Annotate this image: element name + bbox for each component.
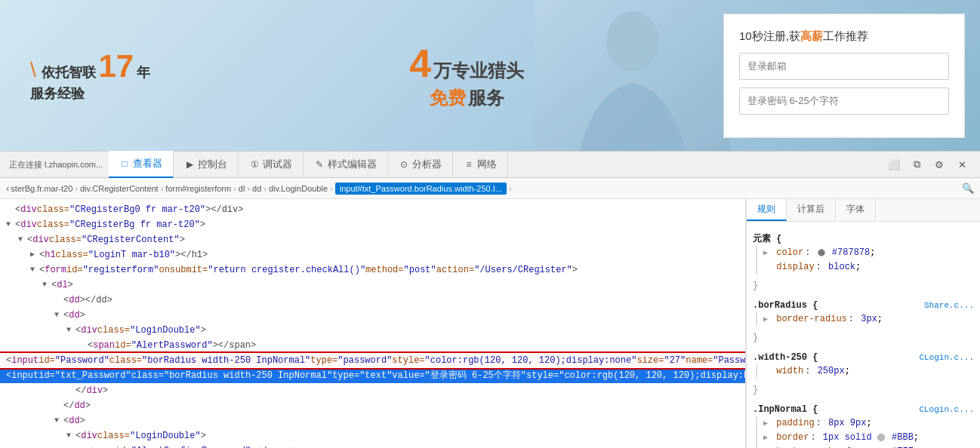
expand-border-radius[interactable] <box>763 313 771 327</box>
css-prop-bgcolor: background-color: #FFF; <box>763 445 974 448</box>
tab-debugger-label: 调试器 <box>263 158 292 171</box>
rules-content: 元素 { color: #787878; display: block; } <box>747 222 980 448</box>
css-section-element: 元素 { color: #787878; display: block; } <box>753 232 974 293</box>
css-selector-inpnormal: .InpNormal { CLogin.c... <box>753 403 974 416</box>
tab-debugger[interactable]: ① 调试器 <box>239 151 304 178</box>
expand-width <box>763 365 771 379</box>
html-tree-panel[interactable]: <div class="CRegisterBg0 fr mar-t20"></d… <box>0 199 746 448</box>
breadcrumb-item-2[interactable]: form#registerform <box>165 184 231 193</box>
main-area: <div class="CRegisterBg0 fr mar-t20"></d… <box>0 199 980 448</box>
tree-line-txt-password[interactable]: <input id="txt_Password" class="borRadiu… <box>0 368 745 383</box>
tab-style-editor-label: 样式编辑器 <box>328 158 377 171</box>
tab-rules[interactable]: 规则 <box>747 199 787 221</box>
breadcrumb-item-0[interactable]: sterBg.fr.mar-t20 <box>11 184 72 193</box>
close-button[interactable]: ✕ <box>953 155 971 173</box>
tab-fonts[interactable]: 字体 <box>836 199 876 221</box>
tab-computed[interactable]: 计算后 <box>787 199 836 221</box>
tree-line[interactable]: </dd> <box>0 398 745 413</box>
tree-line[interactable]: <form id="registerform" onsubmit="return… <box>0 262 745 278</box>
banner-slash: \ <box>30 58 36 81</box>
css-block-width250: width: 250px; <box>756 364 974 379</box>
breadcrumb-bar: ‹ sterBg.fr.mar-t20 › div.CRegisterConte… <box>0 178 980 199</box>
tree-line[interactable]: <div class="CRegisterBg0 fr mar-t20"></d… <box>0 202 745 217</box>
css-close-brace2: } <box>753 331 974 345</box>
banner-logo: \ 依托智联 17 年 <box>30 48 150 84</box>
toggle-icon <box>30 263 39 277</box>
css-prop-display: display: block; <box>763 260 974 275</box>
tab-console[interactable]: ▶ 控制台 <box>174 151 239 178</box>
tree-line[interactable]: <div class="CRegisterBg fr mar-t20"> <box>0 217 745 232</box>
tree-line[interactable]: <div class="LoginDouble"> <box>0 323 745 338</box>
banner-password-input[interactable] <box>739 87 949 115</box>
breadcrumb-search-button[interactable]: 🔍 <box>960 181 975 196</box>
devtools-status: 正在连接 l.zhaopin.com... <box>3 159 109 170</box>
form-title-highlight: 高薪 <box>800 29 823 42</box>
toggle-icon <box>54 308 63 322</box>
breadcrumb-item-active[interactable]: input#txt_Password.borRadius.width-250.I… <box>335 183 507 195</box>
banner-wan: 万专业猎头 <box>433 60 524 81</box>
tab-style-editor[interactable]: ✎ 样式编辑器 <box>304 151 388 178</box>
tree-line-password-input[interactable]: <input id="Password" class="borRadius wi… <box>0 353 745 368</box>
tree-line[interactable]: <dd></dd> <box>0 293 745 308</box>
tab-network[interactable]: ≡ 网络 <box>453 151 508 178</box>
css-block-inpnormal: padding: 8px 9px; border: 1px solid #BBB… <box>756 416 974 448</box>
banner-center: 4 万专业猎头 免费 服务 <box>180 41 723 110</box>
breadcrumb-item-4[interactable]: dd <box>252 184 261 193</box>
form-title-text: 10秒注册,获 <box>739 29 800 42</box>
undock-button[interactable]: ⧉ <box>908 155 926 173</box>
expand-border[interactable] <box>763 431 771 445</box>
toggle-icon <box>30 248 39 262</box>
toggle-icon <box>18 233 27 247</box>
devtools-toolbar: 正在连接 l.zhaopin.com... □ 查看器 ▶ 控制台 ① 调试器 … <box>0 151 980 178</box>
css-prop-padding: padding: 8px 9px; <box>763 416 974 431</box>
inspector-icon: □ <box>119 158 130 169</box>
expand-padding[interactable] <box>763 417 771 431</box>
tab-inspector-label: 查看器 <box>133 157 162 170</box>
borRadius-source-link[interactable]: Share.c... <box>924 299 974 312</box>
css-prop-color: color: #787878; <box>763 246 974 260</box>
breadcrumb-item-5[interactable]: div.LoginDouble <box>269 184 328 193</box>
tree-line[interactable]: <dd> <box>0 308 745 323</box>
tree-line[interactable]: <span id="AlertConfirmPassword"></span> <box>0 443 745 448</box>
tree-line[interactable]: <div class="CRegisterContent"> <box>0 232 745 247</box>
network-icon: ≡ <box>464 159 474 170</box>
tree-line[interactable]: <h1 class="LoginT mar-b10"></h1> <box>0 247 745 262</box>
css-close-brace3: } <box>753 383 974 397</box>
banner: \ 依托智联 17 年 服务经验 4 万专业猎头 免费 服务 <box>0 0 980 151</box>
css-prop-border-radius: border-radius: 3px; <box>763 312 974 327</box>
border-color-dot <box>877 434 885 441</box>
css-block-borRadius: border-radius: 3px; <box>756 312 974 327</box>
tree-line[interactable]: <dl> <box>0 278 745 293</box>
tree-line[interactable]: <span id="AlertPassword"></span> <box>0 338 745 353</box>
banner-number-wrap: 4 万专业猎头 <box>211 41 723 86</box>
breadcrumb-item-3[interactable]: dl <box>239 184 245 193</box>
banner-email-input[interactable] <box>739 53 949 80</box>
color-dot <box>818 249 825 256</box>
css-section-inpnormal: .InpNormal { CLogin.c... padding: 8px 9p… <box>753 403 974 448</box>
toggle-icon <box>54 414 63 428</box>
settings-button[interactable]: ⚙ <box>930 155 948 173</box>
breadcrumb-sep-6: › <box>509 184 512 193</box>
console-icon: ▶ <box>184 159 195 170</box>
breadcrumb-back[interactable]: ‹ <box>6 183 9 194</box>
breadcrumb-item-1[interactable]: div.CRegisterContent <box>80 184 159 193</box>
inpnormal-source-link[interactable]: CLogin.c... <box>919 403 974 416</box>
banner-service-text: 服务经验 <box>30 86 85 101</box>
tab-inspector[interactable]: □ 查看器 <box>109 151 174 178</box>
breadcrumb-sep-3: › <box>247 184 250 193</box>
form-title-text2: 工作推荐 <box>823 29 868 42</box>
tree-line[interactable]: <div class="LoginDouble"> <box>0 428 745 443</box>
css-close-brace: } <box>753 279 974 293</box>
breadcrumb-sep-4: › <box>263 184 267 193</box>
css-selector-borRadius: .borRadius { Share.c... <box>753 299 974 312</box>
width250-source-link[interactable]: CLogin.c... <box>919 351 974 364</box>
banner-form-title: 10秒注册,获高薪工作推荐 <box>739 29 949 44</box>
tree-line[interactable]: </div> <box>0 383 745 398</box>
tree-line[interactable]: <dd> <box>0 413 745 428</box>
tab-performance[interactable]: ⊙ 分析器 <box>388 151 453 178</box>
dock-button[interactable]: ⬜ <box>885 155 903 173</box>
rules-tabs: 规则 计算后 字体 <box>747 199 980 222</box>
css-selector-element: 元素 { <box>753 232 974 246</box>
expand-color[interactable] <box>763 247 771 260</box>
banner-left: \ 依托智联 17 年 服务经验 <box>0 33 180 118</box>
